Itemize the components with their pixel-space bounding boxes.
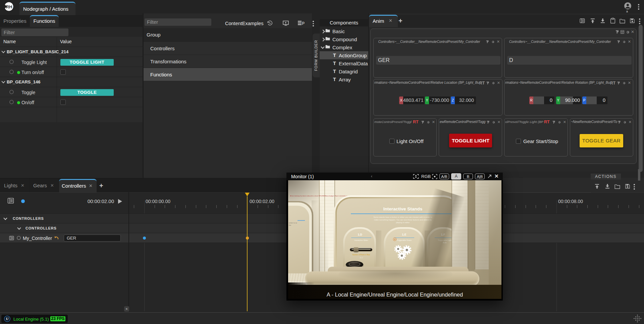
svg-text:RH: RH: [6, 4, 12, 9]
svg-text:U: U: [6, 317, 9, 321]
